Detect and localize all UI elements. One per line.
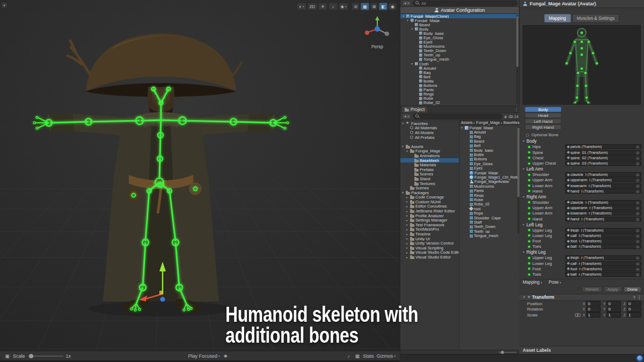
object-picker-icon[interactable] bbox=[636, 239, 639, 243]
project-folder-basemesh[interactable]: BaseMesh bbox=[400, 158, 459, 163]
hierarchy-item-amulet[interactable]: Amulet bbox=[400, 66, 519, 70]
project-folder-settings-manager[interactable]: Settings Manager bbox=[400, 218, 459, 223]
project-folder-code-coverage[interactable]: Code Coverage bbox=[400, 195, 459, 200]
search-by-type-icon[interactable]: ◈ bbox=[504, 114, 507, 119]
object-picker-icon[interactable] bbox=[636, 150, 639, 155]
project-file-rope[interactable]: Rope bbox=[459, 211, 520, 215]
hierarchy-search-input[interactable]: All bbox=[413, 1, 517, 6]
foldout-arrow-icon[interactable] bbox=[405, 251, 409, 254]
project-folder-scenes[interactable]: Scenes bbox=[400, 186, 459, 190]
done-button[interactable]: Done bbox=[624, 286, 641, 292]
bone-object-field[interactable]: upperarm_l (Transform) bbox=[565, 178, 641, 182]
project-file-fungal-mageavatar[interactable]: Fungal_MageAvatar bbox=[459, 180, 520, 184]
breadcrumb-basemesh[interactable]: BaseMesh bbox=[500, 120, 520, 125]
object-picker-icon[interactable] bbox=[636, 183, 639, 188]
bone-object-field[interactable]: spine_01 (Transform) bbox=[565, 150, 641, 155]
bone-object-field[interactable]: spine_03 (Transform) bbox=[565, 161, 641, 166]
hierarchy-item-body-base[interactable]: Body_base bbox=[400, 31, 519, 35]
breadcrumb-assets[interactable]: Assets bbox=[461, 120, 473, 125]
project-file-robe[interactable]: Robe bbox=[459, 197, 520, 202]
hierarchy-item-teeth-down[interactable]: Teeth_Down bbox=[400, 49, 519, 53]
constrain-proportions-icon[interactable] bbox=[575, 313, 580, 316]
hierarchy-item-robe-02[interactable]: Robe_02 bbox=[400, 101, 519, 105]
stats-toggle[interactable]: Stats bbox=[363, 353, 374, 359]
project-folder-animations[interactable]: Animations bbox=[400, 153, 459, 158]
project-folder-profile-analyzer[interactable]: Profile Analyzer bbox=[400, 213, 459, 218]
foldout-arrow-icon[interactable] bbox=[522, 223, 525, 226]
scene-viewport[interactable] bbox=[0, 0, 400, 351]
hierarchy-item-buttons[interactable]: Buttons bbox=[400, 84, 519, 88]
project-file-beard[interactable]: Beard bbox=[459, 139, 520, 143]
hierarchy-item-teeth-up[interactable]: Teeth_up bbox=[400, 53, 519, 57]
object-picker-icon[interactable] bbox=[636, 244, 639, 249]
camera-view-dropdown[interactable]: ◉ bbox=[389, 3, 397, 10]
transform-rotation-z-input[interactable]: 0 bbox=[627, 307, 641, 312]
project-file-eye-gloss[interactable]: Eye_Gloss bbox=[459, 161, 520, 166]
add-asset-button[interactable]: + bbox=[402, 114, 411, 119]
body-button[interactable]: Body bbox=[525, 107, 561, 112]
object-picker-icon[interactable] bbox=[636, 233, 639, 238]
project-file-bag[interactable]: Bag bbox=[459, 135, 520, 139]
project-folder-assets[interactable]: Assets bbox=[400, 144, 459, 149]
project-file-root[interactable]: root bbox=[459, 206, 520, 211]
grid-visibility-toggle[interactable]: ▦ bbox=[361, 3, 369, 10]
project-folder-visual-studio-code-editor[interactable]: Visual Studio Code Editor bbox=[400, 250, 459, 255]
foldout-arrow-icon[interactable] bbox=[405, 228, 409, 231]
thumbnail-size-slider[interactable] bbox=[499, 352, 517, 353]
hierarchy-item-fungal-mage-clone[interactable]: Fungal_Mage(Clone) bbox=[400, 14, 519, 18]
hierarchy-item-beard[interactable]: Beard bbox=[400, 23, 519, 27]
foldout-arrow-icon[interactable] bbox=[405, 196, 409, 199]
project-folder-textures[interactable]: Textures bbox=[400, 181, 459, 186]
foldout-arrow-icon[interactable] bbox=[405, 205, 409, 208]
audio-toggle[interactable]: ♪ bbox=[328, 3, 338, 10]
bone-object-field[interactable]: ball_r (Transform) bbox=[565, 272, 641, 277]
add-gameobject-button[interactable]: + bbox=[402, 1, 411, 6]
hierarchy-item-mushrooms[interactable]: Mushrooms bbox=[400, 45, 519, 49]
object-picker-icon[interactable] bbox=[636, 205, 639, 210]
project-file-eyes[interactable]: Eyes bbox=[459, 166, 520, 171]
project-folder-test-framework[interactable]: Test Framework bbox=[400, 223, 459, 227]
foldout-arrow-icon[interactable] bbox=[405, 223, 409, 226]
foldout-arrow-icon[interactable] bbox=[405, 246, 409, 249]
object-picker-icon[interactable] bbox=[636, 228, 639, 233]
object-picker-icon[interactable] bbox=[636, 200, 639, 205]
foldout-arrow-icon[interactable] bbox=[460, 126, 464, 129]
object-picker-icon[interactable] bbox=[636, 172, 639, 177]
object-picker-icon[interactable] bbox=[636, 272, 639, 277]
object-picker-icon[interactable] bbox=[636, 211, 639, 216]
foldout-arrow-icon[interactable] bbox=[410, 27, 414, 31]
transform-scale-x-input[interactable]: 1 bbox=[586, 312, 601, 317]
transform-position-y-input[interactable]: 0 bbox=[606, 301, 621, 306]
foldout-arrow-icon[interactable] bbox=[405, 256, 409, 259]
hidden-count-badge[interactable]: 14 bbox=[509, 114, 518, 119]
foldout-arrow-icon[interactable] bbox=[401, 145, 405, 148]
object-picker-icon[interactable] bbox=[636, 144, 639, 149]
project-folder-all-prefabs[interactable]: All Prefabs bbox=[400, 135, 459, 140]
project-folder-packages[interactable]: Packages bbox=[400, 190, 459, 195]
project-file-fungal-mage[interactable]: Fungal_Mage bbox=[459, 125, 520, 130]
project-folder-jetbrains-rider-editor[interactable]: JetBrains Rider Editor bbox=[400, 209, 459, 213]
project-file-robe-02[interactable]: Robe_02 bbox=[459, 202, 520, 206]
object-picker-icon[interactable] bbox=[636, 161, 639, 166]
snap-settings-button[interactable]: ⊞ bbox=[370, 3, 378, 10]
bone-object-field[interactable]: thigh_r (Transform) bbox=[565, 255, 641, 260]
project-folder-unity-ui[interactable]: Unity UI bbox=[400, 237, 459, 241]
hierarchy-item-rings[interactable]: Rings bbox=[400, 92, 519, 97]
transform-scale-y-input[interactable]: 1 bbox=[606, 312, 621, 317]
foldout-arrow-icon[interactable] bbox=[522, 167, 525, 171]
foldout-arrow-icon[interactable] bbox=[405, 150, 409, 153]
project-file-mushrooms[interactable]: Mushrooms bbox=[459, 184, 520, 188]
capture-icon[interactable] bbox=[223, 353, 229, 359]
project-folder-all-materials[interactable]: All Materials bbox=[400, 126, 459, 131]
project-file-amulet[interactable]: Amulet bbox=[459, 130, 520, 134]
project-folder-custom-nunit[interactable]: Custom NUnit bbox=[400, 200, 459, 204]
pose-menu[interactable]: Pose bbox=[548, 280, 561, 285]
project-file-shoulder-cape[interactable]: Shoulder_Cape bbox=[459, 216, 520, 220]
transform-position-z-input[interactable]: 0 bbox=[627, 301, 641, 306]
gizmos-dropdown[interactable]: Gizmos bbox=[377, 353, 396, 359]
mapping-menu[interactable]: Mapping bbox=[523, 280, 542, 285]
left-hand-button[interactable]: Left Hand bbox=[525, 119, 561, 124]
bone-object-field[interactable]: calf_l (Transform) bbox=[565, 233, 641, 238]
transform-rotation-x-input[interactable]: 0 bbox=[586, 307, 601, 312]
project-folder-visual-studio-editor[interactable]: Visual Studio Editor bbox=[400, 255, 459, 260]
